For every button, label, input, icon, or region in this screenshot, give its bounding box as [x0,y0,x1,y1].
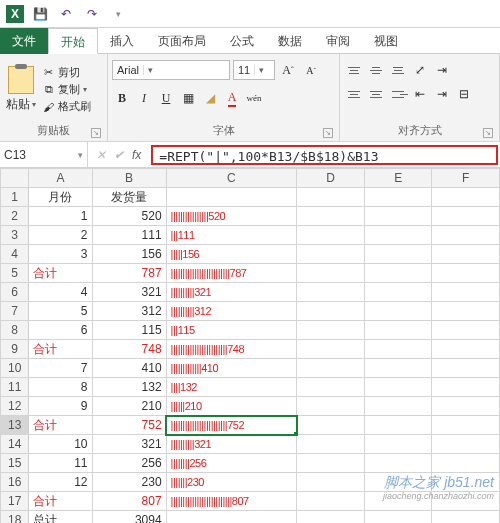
align-bottom-button[interactable] [388,60,408,80]
font-launcher-icon[interactable]: ↘ [323,128,333,138]
cut-button[interactable]: ✂剪切 [42,65,91,80]
cell[interactable] [297,340,365,359]
cell[interactable] [364,454,432,473]
cell[interactable] [297,245,365,264]
cell[interactable]: 115 [92,321,166,340]
cell[interactable]: 3 [29,245,92,264]
cell[interactable]: 8 [29,378,92,397]
cell[interactable] [297,511,365,524]
row-header[interactable]: 14 [1,435,29,454]
decrease-indent-button[interactable]: ⇤ [410,84,430,104]
cell[interactable]: |||115 [166,321,297,340]
row-header[interactable]: 13 [1,416,29,435]
row-header[interactable]: 4 [1,245,29,264]
cell[interactable]: ||||||||||312 [166,302,297,321]
increase-font-icon[interactable]: Aˆ [278,60,298,80]
cell[interactable] [364,283,432,302]
col-header-a[interactable]: A [29,169,92,188]
cell[interactable] [432,321,500,340]
cell[interactable]: 752 [92,416,166,435]
cell[interactable]: 321 [92,283,166,302]
cell[interactable] [166,188,297,207]
cell[interactable]: 1 [29,207,92,226]
phonetic-button[interactable]: wén [244,88,264,108]
row-header[interactable]: 16 [1,473,29,492]
select-all-corner[interactable] [1,169,29,188]
row-header[interactable]: 5 [1,264,29,283]
enter-formula-icon[interactable]: ✔ [114,148,124,162]
cell[interactable]: 12 [29,473,92,492]
cell[interactable] [432,492,500,511]
align-right-button[interactable] [388,84,408,104]
cell[interactable]: 520 [92,207,166,226]
cell[interactable] [432,378,500,397]
cell[interactable]: 发货量 [92,188,166,207]
redo-icon[interactable]: ↷ [82,4,102,24]
cell[interactable]: 111 [92,226,166,245]
cell[interactable]: 7 [29,359,92,378]
font-color-button[interactable]: A [222,88,242,108]
col-header-e[interactable]: E [364,169,432,188]
increase-indent-button[interactable]: ⇥ [432,84,452,104]
cell[interactable] [432,188,500,207]
cell[interactable]: 4 [29,283,92,302]
col-header-d[interactable]: D [297,169,365,188]
align-launcher-icon[interactable]: ↘ [483,128,493,138]
align-left-button[interactable] [344,84,364,104]
row-header[interactable]: 15 [1,454,29,473]
cell[interactable] [297,416,365,435]
cell[interactable] [364,340,432,359]
name-box[interactable]: C13 ▾ [0,142,88,167]
cell[interactable]: ||||||||||321 [166,283,297,302]
cell[interactable] [297,397,365,416]
cell[interactable]: 合计 [29,264,92,283]
row-header[interactable]: 7 [1,302,29,321]
cell[interactable]: 9 [29,397,92,416]
cell[interactable] [297,302,365,321]
cancel-formula-icon[interactable]: ✕ [96,148,106,162]
cell[interactable]: 230 [92,473,166,492]
cell[interactable] [297,454,365,473]
cell[interactable] [432,511,500,524]
cell[interactable]: 合计 [29,492,92,511]
cell[interactable]: |||||||||||||410 [166,359,297,378]
cell[interactable]: ||||||||||||||||||||||||||807 [166,492,297,511]
cell[interactable] [364,378,432,397]
cell[interactable] [297,492,365,511]
cell[interactable]: 11 [29,454,92,473]
qat-customize-icon[interactable]: ▾ [108,4,128,24]
worksheet-grid[interactable]: A B C D E F 1月份发货量21520||||||||||||||||5… [0,168,500,523]
cell[interactable] [364,245,432,264]
formula-bar[interactable]: =REPT("|",100*B13/$B$18)&B13 [151,145,498,165]
row-header[interactable]: 8 [1,321,29,340]
cell[interactable] [432,454,500,473]
row-header[interactable]: 18 [1,511,29,524]
cell[interactable]: ||||||||||||||||520 [166,207,297,226]
cell[interactable] [364,207,432,226]
cell[interactable]: ||||||||||||||||||||||||752 [166,416,297,435]
row-header[interactable]: 12 [1,397,29,416]
cell[interactable] [432,359,500,378]
cell[interactable]: ||||||||||||||||||||||||748 [166,340,297,359]
cell[interactable] [297,359,365,378]
tab-home[interactable]: 开始 [48,28,98,54]
cell[interactable] [364,302,432,321]
cell[interactable]: 合计 [29,416,92,435]
cell[interactable]: 156 [92,245,166,264]
undo-icon[interactable]: ↶ [56,4,76,24]
row-header[interactable]: 9 [1,340,29,359]
fx-icon[interactable]: fx [132,148,141,162]
align-top-button[interactable] [344,60,364,80]
row-header[interactable]: 6 [1,283,29,302]
cell[interactable] [432,264,500,283]
cell[interactable] [364,492,432,511]
tab-file[interactable]: 文件 [0,28,48,54]
cell[interactable]: 10 [29,435,92,454]
row-header[interactable]: 1 [1,188,29,207]
row-header[interactable]: 17 [1,492,29,511]
format-painter-button[interactable]: 🖌格式刷 [42,99,91,114]
save-icon[interactable]: 💾 [30,4,50,24]
cell[interactable]: 月份 [29,188,92,207]
cell[interactable]: |||111 [166,226,297,245]
bold-button[interactable]: B [112,88,132,108]
